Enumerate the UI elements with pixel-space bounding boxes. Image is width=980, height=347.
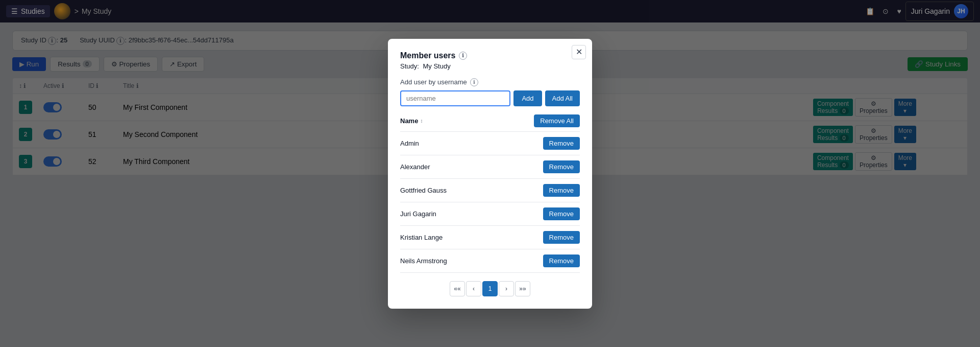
remove-member-button[interactable]: Remove: [543, 207, 580, 220]
pagination-first-button[interactable]: ««: [450, 281, 465, 296]
member-name: Juri Gagarin: [400, 210, 436, 218]
member-users-modal: ✕ Member users ℹ Study: My Study Add use…: [388, 39, 592, 309]
member-row: Neils Armstrong Remove: [400, 249, 580, 273]
member-name: Alexander: [400, 163, 430, 171]
member-name: Admin: [400, 140, 419, 147]
modal-subtitle: Study: My Study: [400, 62, 580, 70]
remove-member-button[interactable]: Remove: [543, 137, 580, 150]
member-name: Kristian Lange: [400, 234, 443, 241]
remove-member-button[interactable]: Remove: [543, 255, 580, 267]
remove-all-button[interactable]: Remove All: [534, 114, 580, 127]
pagination: «« ‹ 1 › »»: [400, 281, 580, 296]
add-all-button[interactable]: Add All: [545, 90, 580, 106]
members-name-header: Name ↕: [400, 117, 423, 125]
member-row: Admin Remove: [400, 132, 580, 155]
add-button[interactable]: Add: [513, 90, 542, 106]
modal-title: Member users ℹ: [400, 51, 580, 60]
member-row: Juri Gagarin Remove: [400, 202, 580, 226]
member-row: Gottfried Gauss Remove: [400, 179, 580, 202]
remove-member-button[interactable]: Remove: [543, 231, 580, 244]
modal-title-info-icon: ℹ: [459, 52, 467, 60]
add-user-row: Add Add All: [400, 90, 580, 106]
members-list: Admin Remove Alexander Remove Gottfried …: [400, 132, 580, 273]
modal-close-button[interactable]: ✕: [572, 45, 586, 59]
pagination-prev-button[interactable]: ‹: [466, 281, 481, 296]
username-input[interactable]: [400, 90, 510, 106]
modal-overlay: ✕ Member users ℹ Study: My Study Add use…: [0, 0, 980, 347]
members-header: Name ↕ Remove All: [400, 114, 580, 132]
remove-member-button[interactable]: Remove: [543, 184, 580, 197]
pagination-last-button[interactable]: »»: [515, 281, 530, 296]
member-name: Neils Armstrong: [400, 257, 447, 265]
remove-member-button[interactable]: Remove: [543, 160, 580, 173]
sort-icon[interactable]: ↕: [420, 118, 423, 124]
pagination-next-button[interactable]: ›: [499, 281, 514, 296]
pagination-current-button[interactable]: 1: [482, 281, 498, 296]
member-row: Alexander Remove: [400, 155, 580, 179]
member-name: Gottfried Gauss: [400, 187, 447, 194]
member-row: Kristian Lange Remove: [400, 226, 580, 249]
add-user-label: Add user by username ℹ: [400, 78, 580, 86]
add-user-info-icon: ℹ: [470, 78, 478, 86]
